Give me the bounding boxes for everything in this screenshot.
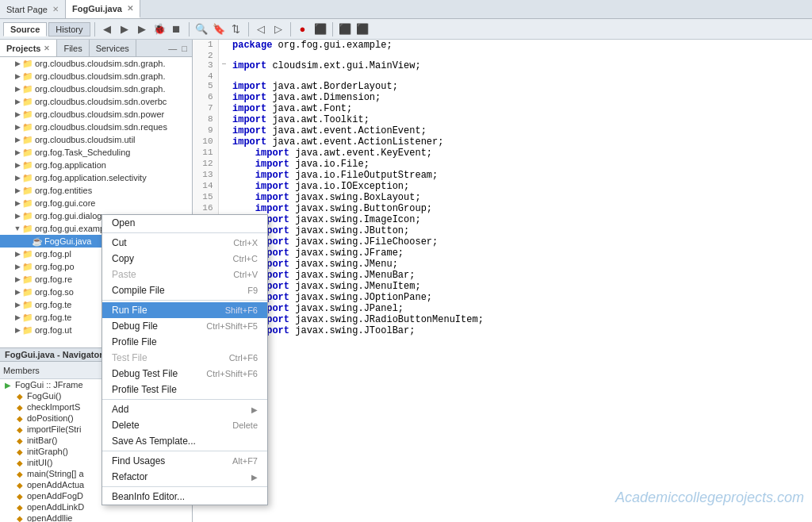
- line-code[interactable]: import javax.swing.JFileChooser;: [229, 236, 812, 248]
- toolbar-extra-icon[interactable]: ⬛: [337, 21, 353, 37]
- tree-item[interactable]: ▶ 📁 org.fog.application: [0, 159, 192, 171]
- menu-item-debug[interactable]: Debug File Ctrl+Shift+F5: [102, 318, 267, 334]
- toolbar-search-icon[interactable]: 🔍: [193, 21, 209, 37]
- toolbar-bookmark-icon[interactable]: 🔖: [211, 21, 227, 37]
- menu-item-find-usages[interactable]: Find Usages Alt+F7: [102, 453, 267, 469]
- tree-item[interactable]: ▶ 📁 org.cloudbus.cloudsim.util: [0, 133, 192, 146]
- tree-expander-icon[interactable]: ▶: [13, 313, 22, 322]
- line-code[interactable]: import javax.swing.JMenuBar;: [229, 270, 812, 281]
- tab-close-icon[interactable]: ✕: [127, 4, 133, 13]
- toolbar-record-icon[interactable]: ●: [295, 21, 311, 37]
- panel-tab-services[interactable]: Services: [90, 40, 136, 56]
- tree-expander-icon[interactable]: ▶: [13, 97, 22, 106]
- toolbar-prev-icon[interactable]: ◁: [253, 21, 269, 37]
- tree-expander-icon[interactable]: ▶: [13, 71, 22, 81]
- menu-item-delete[interactable]: Delete Delete: [102, 417, 267, 433]
- menu-item-save-template[interactable]: Save As Template...: [102, 433, 267, 449]
- tree-item[interactable]: ▶ 📁 org.cloudbus.cloudsim.sdn.graph.: [0, 83, 192, 95]
- tree-expander-icon[interactable]: ▶: [13, 59, 22, 68]
- tree-expander-icon[interactable]: ▶: [13, 325, 22, 335]
- line-code[interactable]: package org.fog.gui.example;: [229, 40, 812, 51]
- tab-close-icon[interactable]: ✕: [52, 5, 59, 13]
- line-code[interactable]: import javax.swing.JMenu;: [229, 259, 812, 270]
- menu-item-compile[interactable]: Compile File F9: [102, 282, 267, 298]
- tree-expander-icon[interactable]: ▶: [13, 274, 22, 284]
- line-code[interactable]: import java.awt.event.KeyEvent;: [229, 148, 812, 159]
- line-code[interactable]: import cloudsim.ext.gui.MainView;: [229, 60, 812, 71]
- panel-tab-close-icon[interactable]: ✕: [44, 44, 50, 52]
- toolbar-forward-icon[interactable]: ▶: [117, 21, 132, 37]
- tree-expander-icon[interactable]: ▶: [13, 186, 22, 195]
- tree-item[interactable]: ▶ 📁 org.cloudbus.cloudsim.sdn.reques: [0, 121, 192, 133]
- source-button[interactable]: Source: [3, 22, 47, 36]
- tree-expander-icon[interactable]: ▶: [13, 198, 22, 208]
- code-editor[interactable]: 1 package org.fog.gui.example; 2 3 − imp…: [193, 40, 812, 522]
- toolbar-toggle-icon[interactable]: ⇅: [228, 21, 244, 37]
- fold-indicator[interactable]: −: [218, 60, 229, 71]
- tree-expander-icon[interactable]: ▶: [13, 84, 22, 94]
- tree-item[interactable]: ▶ 📁 org.fog.application.selectivity: [0, 171, 192, 184]
- menu-item-open[interactable]: Open: [102, 215, 267, 231]
- line-code[interactable]: import java.io.File;: [229, 159, 812, 170]
- line-code[interactable]: import javax.swing.JOptionPane;: [229, 292, 812, 303]
- code-scroll[interactable]: 1 package org.fog.gui.example; 2 3 − imp…: [193, 40, 812, 522]
- menu-item-refactor[interactable]: Refactor ▶: [102, 469, 267, 485]
- menu-item-copy[interactable]: Copy Ctrl+C: [102, 251, 267, 267]
- line-code[interactable]: import javax.swing.ButtonGroup;: [229, 203, 812, 214]
- tree-expander-icon[interactable]: ▶: [13, 173, 22, 182]
- tree-expander-icon[interactable]: ▶: [13, 262, 22, 271]
- line-code[interactable]: import java.awt.event.ActionListener;: [229, 136, 812, 148]
- panel-tab-files[interactable]: Files: [57, 40, 89, 56]
- nav-item-method[interactable]: ◆ openAddllie: [0, 512, 192, 522]
- tree-expander-icon[interactable]: ▼: [13, 224, 22, 233]
- menu-item-run[interactable]: Run File Shift+F6: [102, 302, 267, 318]
- toolbar-back-icon[interactable]: ◀: [99, 21, 115, 37]
- tree-expander-icon[interactable]: ▶: [13, 122, 22, 132]
- tree-expander-icon[interactable]: ▶: [13, 287, 22, 297]
- line-code[interactable]: import javax.swing.JRadioButtonMenuItem;: [229, 314, 812, 325]
- line-code[interactable]: import javax.swing.JButton;: [229, 225, 812, 236]
- tree-item[interactable]: ▶ 📁 org.cloudbus.cloudsim.sdn.graph.: [0, 57, 192, 70]
- line-code[interactable]: [229, 71, 812, 81]
- tab-start-page[interactable]: Start Page ✕: [0, 0, 66, 18]
- tree-expander-icon[interactable]: ▶: [13, 109, 22, 119]
- tree-item[interactable]: ▶ 📁 org.fog.Task_Scheduling: [0, 146, 192, 159]
- menu-item-beaninfo[interactable]: BeanInfo Editor...: [102, 489, 267, 505]
- tree-item[interactable]: ▶ 📁 org.cloudbus.cloudsim.sdn.power: [0, 108, 192, 121]
- menu-item-test[interactable]: Test File Ctrl+F6: [102, 350, 267, 366]
- line-code[interactable]: import java.awt.Font;: [229, 103, 812, 114]
- toolbar-stop-icon[interactable]: ⏹: [169, 21, 185, 37]
- line-code[interactable]: import java.io.FileOutputStream;: [229, 170, 812, 181]
- tree-item[interactable]: ▶ 📁 org.cloudbus.cloudsim.sdn.graph.: [0, 70, 192, 83]
- tree-expander-icon[interactable]: ▶: [13, 148, 22, 157]
- tree-expander-icon[interactable]: ▶: [13, 211, 22, 221]
- menu-item-debug-test[interactable]: Debug Test File Ctrl+Shift+F6: [102, 366, 267, 382]
- tree-expander-icon[interactable]: ▶: [13, 160, 22, 170]
- menu-item-paste[interactable]: Paste Ctrl+V: [102, 267, 267, 282]
- tree-item[interactable]: ▶ 📁 org.fog.entities: [0, 184, 192, 197]
- menu-item-profile-test[interactable]: Profile Test File: [102, 382, 267, 397]
- line-code[interactable]: import java.awt.Toolkit;: [229, 114, 812, 125]
- line-code[interactable]: import javax.swing.ImageIcon;: [229, 214, 812, 225]
- line-code[interactable]: import java.awt.Dimension;: [229, 92, 812, 103]
- line-code[interactable]: import javax.swing.JFrame;: [229, 248, 812, 259]
- toolbar-debug-icon[interactable]: 🐞: [151, 21, 167, 37]
- panel-minimize-button[interactable]: —: [167, 44, 178, 53]
- panel-tab-projects[interactable]: Projects ✕: [0, 40, 57, 56]
- line-code[interactable]: import java.awt.event.ActionEvent;: [229, 125, 812, 136]
- tree-expander-icon[interactable]: ▶: [13, 135, 22, 144]
- tree-item[interactable]: ▶ 📁 org.fog.gui.core: [0, 197, 192, 209]
- menu-item-profile[interactable]: Profile File: [102, 334, 267, 350]
- menu-item-cut[interactable]: Cut Ctrl+X: [102, 235, 267, 251]
- toolbar-stop2-icon[interactable]: ⬛: [312, 21, 328, 37]
- line-code[interactable]: import javax.swing.JPanel;: [229, 303, 812, 314]
- toolbar-next-icon[interactable]: ▷: [270, 21, 286, 37]
- tab-foggui[interactable]: FogGui.java ✕: [66, 0, 140, 18]
- tree-expander-icon[interactable]: ▶: [13, 249, 22, 259]
- toolbar-run-icon[interactable]: ▶: [134, 21, 150, 37]
- line-code[interactable]: [229, 51, 812, 60]
- tree-expander-icon[interactable]: ▶: [13, 300, 22, 309]
- line-code[interactable]: import javax.swing.JMenuItem;: [229, 281, 812, 292]
- line-code[interactable]: import javax.swing.JToolBar;: [229, 325, 812, 336]
- toolbar-extra2-icon[interactable]: ⬛: [354, 21, 370, 37]
